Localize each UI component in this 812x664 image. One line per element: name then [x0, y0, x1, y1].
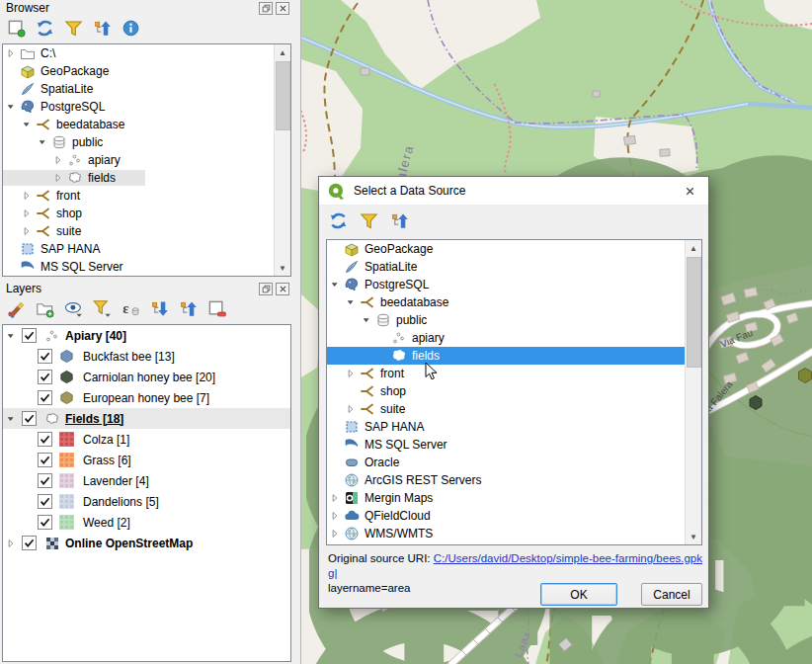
scroll-up-icon[interactable]: ▲: [275, 44, 290, 60]
expander-icon[interactable]: [3, 536, 19, 551]
refresh-button[interactable]: [34, 17, 55, 39]
layer-checkbox[interactable]: [22, 411, 37, 426]
dialog-item-postgresql[interactable]: PostgreSQL: [327, 276, 701, 293]
dialog-item-shop[interactable]: shop: [327, 382, 701, 400]
layer-checkbox[interactable]: [38, 432, 52, 447]
dialog-item-oracle[interactable]: Oracle: [327, 454, 701, 471]
expander-icon[interactable]: [50, 152, 66, 168]
expander-icon[interactable]: [343, 366, 359, 381]
dialog-scrollbar[interactable]: ▲ ▼: [685, 240, 701, 544]
dialog-item-public-schema[interactable]: public: [327, 311, 701, 329]
layer-item-weed[interactable]: Weed [2]: [3, 512, 290, 533]
expander-icon[interactable]: [3, 411, 19, 427]
browser-item-postgresql[interactable]: PostgreSQL: [3, 98, 290, 116]
scroll-up-icon[interactable]: ▲: [686, 240, 701, 256]
cancel-button[interactable]: Cancel: [641, 583, 702, 606]
browser-item-c-drive[interactable]: C:\: [3, 44, 290, 62]
expander-icon[interactable]: [359, 312, 374, 328]
layer-checkbox[interactable]: [38, 494, 52, 509]
add-selected-layers-button[interactable]: [5, 17, 27, 39]
remove-layer-button[interactable]: [205, 297, 227, 319]
dialog-item-front[interactable]: front: [327, 365, 701, 382]
collapse-all-button[interactable]: [388, 209, 410, 231]
expander-icon[interactable]: [3, 99, 19, 115]
browser-scrollbar[interactable]: ▲ ▼: [274, 44, 290, 276]
layer-checkbox[interactable]: [38, 349, 52, 364]
layer-checkbox[interactable]: [38, 453, 52, 467]
dialog-item-fields-selected[interactable]: fields: [327, 347, 701, 365]
expander-icon[interactable]: [327, 508, 343, 524]
layer-item-colza[interactable]: Colza [1]: [3, 429, 290, 450]
expander-icon[interactable]: [327, 490, 343, 506]
layer-item-carniolan-honey-bee[interactable]: Carniolan honey bee [20]: [3, 367, 290, 387]
dialog-item-mergin-maps[interactable]: Mergin Maps: [327, 489, 701, 507]
collapse-all-button[interactable]: [177, 297, 199, 319]
layer-item-grass[interactable]: Grass [6]: [3, 450, 290, 470]
expander-icon[interactable]: [50, 170, 66, 186]
layer-checkbox[interactable]: [38, 473, 52, 488]
dialog-item-geopackage[interactable]: GeoPackage: [327, 240, 701, 258]
layer-item-lavender[interactable]: Lavender [4]: [3, 470, 290, 491]
dialog-item-wms-wmts[interactable]: WMS/WMTS: [327, 525, 701, 542]
layer-checkbox[interactable]: [38, 390, 52, 405]
collapse-all-button[interactable]: [91, 17, 113, 39]
browser-item-public-schema[interactable]: public: [3, 133, 290, 151]
dialog-close-button[interactable]: [681, 183, 698, 199]
manage-map-themes-button[interactable]: [62, 297, 84, 319]
close-panel-button[interactable]: [276, 283, 289, 295]
layer-checkbox[interactable]: [38, 515, 52, 530]
expander-icon[interactable]: [343, 294, 359, 310]
ok-button[interactable]: OK: [540, 583, 617, 606]
browser-item-ms-sql-server[interactable]: MS SQL Server: [3, 258, 290, 276]
layer-item-online-openstreetmap[interactable]: Online OpenStreetMap: [3, 533, 290, 553]
expander-icon[interactable]: [19, 223, 35, 239]
expand-all-button[interactable]: [148, 297, 170, 319]
dialog-item-ms-sql-server[interactable]: MS SQL Server: [327, 436, 701, 454]
dialog-item-sap-hana[interactable]: SAP HANA: [327, 418, 701, 436]
filter-browser-button[interactable]: [62, 17, 84, 39]
panel-map-divider[interactable]: [293, 0, 301, 664]
expander-icon[interactable]: [19, 117, 35, 132]
browser-item-apiary[interactable]: apiary: [3, 151, 290, 169]
scroll-down-icon[interactable]: ▼: [275, 260, 290, 276]
refresh-button[interactable]: [327, 209, 349, 231]
layer-checkbox[interactable]: [38, 370, 52, 384]
browser-item-beedatabase[interactable]: beedatabase: [3, 116, 290, 133]
expander-icon[interactable]: [343, 401, 359, 417]
expander-icon[interactable]: [19, 188, 35, 204]
expander-icon[interactable]: [327, 277, 343, 292]
layer-item-european-honey-bee[interactable]: European honey bee [7]: [3, 387, 290, 408]
browser-item-suite[interactable]: suite: [3, 222, 290, 240]
browser-item-geopackage[interactable]: GeoPackage: [3, 62, 290, 80]
layer-group-fields[interactable]: Fields [18]: [3, 408, 290, 429]
dialog-item-beedatabase[interactable]: beedatabase: [327, 293, 701, 311]
properties-button[interactable]: [120, 17, 141, 39]
expander-icon[interactable]: [19, 206, 35, 221]
dialog-item-arcgis-rest-servers[interactable]: ArcGIS REST Servers: [327, 471, 701, 489]
expander-icon[interactable]: [3, 45, 19, 61]
close-panel-button[interactable]: [276, 2, 289, 15]
dialog-item-qfieldcloud[interactable]: QFieldCloud: [327, 507, 701, 525]
filter-button[interactable]: [358, 209, 379, 231]
layer-item-dandelions[interactable]: Dandelions [5]: [3, 491, 290, 512]
expander-icon[interactable]: [3, 328, 19, 344]
open-layer-styling-button[interactable]: [5, 297, 27, 319]
filter-by-expression-button[interactable]: [120, 297, 141, 319]
scroll-down-icon[interactable]: ▼: [686, 529, 701, 544]
expander-icon[interactable]: [327, 526, 343, 541]
float-panel-button[interactable]: [259, 283, 273, 295]
expander-icon[interactable]: [35, 134, 50, 150]
browser-item-shop[interactable]: shop: [3, 205, 290, 222]
dialog-item-spatialite[interactable]: SpatiaLite: [327, 258, 701, 276]
layer-checkbox[interactable]: [22, 328, 37, 343]
filter-legend-button[interactable]: [91, 297, 113, 319]
layer-checkbox[interactable]: [22, 536, 37, 550]
browser-item-sap-hana[interactable]: SAP HANA: [3, 240, 290, 258]
dialog-item-apiary[interactable]: apiary: [327, 329, 701, 347]
float-panel-button[interactable]: [259, 2, 273, 15]
browser-item-fields[interactable]: fields: [3, 169, 290, 187]
browser-item-front[interactable]: front: [3, 187, 290, 205]
dialog-item-suite[interactable]: suite: [327, 400, 701, 418]
scrollbar-thumb[interactable]: [276, 61, 290, 130]
layer-item-buckfast-bee[interactable]: Buckfast bee [13]: [3, 346, 290, 367]
